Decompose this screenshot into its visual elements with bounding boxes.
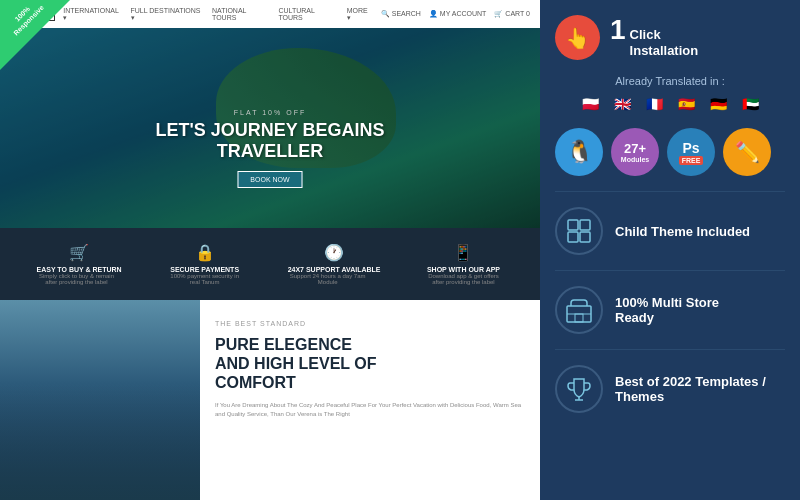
- divider-3: [555, 349, 785, 350]
- svg-rect-1: [580, 220, 590, 230]
- nav-right: 🔍 SEARCH 👤 MY ACCOUNT 🛒 CART 0: [381, 10, 530, 18]
- bottom-content: THE BEST STANDARD PURE ELEGENCEAND HIGH …: [0, 300, 540, 500]
- divider-1: [555, 191, 785, 192]
- flag-es: 🇪🇸: [673, 95, 699, 113]
- install-label: ClickInstallation: [630, 27, 699, 58]
- modules-count: 27+: [624, 141, 646, 156]
- svg-rect-6: [575, 314, 583, 322]
- nav-item-national: NATIONAL TOURS: [212, 7, 270, 22]
- nav-item-cultural: CULTURAL TOURS: [278, 7, 338, 22]
- feature-support-title: 24X7 SUPPORT AVAILABLE: [288, 266, 381, 273]
- hero-title: LET'S JOURNEY BEGAINSTRAVELLER: [156, 120, 385, 163]
- book-now-button[interactable]: BOOK NOW: [237, 171, 302, 188]
- best-2022-label: Best of 2022 Templates / Themes: [615, 374, 785, 404]
- feature-app: 📱 SHOP WITH OUR APP Download app & get o…: [423, 243, 503, 285]
- account-nav: 👤 MY ACCOUNT: [429, 10, 487, 18]
- ps-badge: Ps FREE: [667, 128, 715, 176]
- bottom-images: [0, 300, 200, 500]
- info-panel: 👆 1 ClickInstallation Already Translated…: [540, 0, 800, 500]
- install-section: 👆 1 ClickInstallation: [555, 15, 785, 60]
- child-theme-icon: [555, 207, 603, 255]
- trophy-icon: [555, 365, 603, 413]
- multistore-label: 100% Multi StoreReady: [615, 295, 719, 325]
- hero-subtitle: FLAT 10% OFF: [156, 109, 385, 116]
- child-theme-badge: Child Theme Included: [555, 207, 785, 255]
- feature-buy: 🛒 EASY TO BUY & RETURN Simply click to b…: [36, 243, 121, 285]
- svg-rect-0: [568, 220, 578, 230]
- hero-section: FLAT 10% OFF LET'S JOURNEY BEGAINSTRAVEL…: [0, 28, 540, 228]
- feature-payments-title: SECURE PAYMENTS: [165, 266, 245, 273]
- app-icon: 📱: [423, 243, 503, 262]
- ps-free-label: FREE: [679, 156, 704, 165]
- payments-icon: 🔒: [165, 243, 245, 262]
- modules-label: Modules: [621, 156, 649, 163]
- search-nav: 🔍 SEARCH: [381, 10, 421, 18]
- nav-item-more: MORE ▾: [347, 7, 373, 22]
- flag-de: 🇩🇪: [705, 95, 731, 113]
- feature-buy-title: EASY TO BUY & RETURN: [36, 266, 121, 273]
- translations-section: Already Translated in : 🇵🇱 🇬🇧 🇫🇷 🇪🇸 🇩🇪 🇦…: [555, 75, 785, 113]
- main-heading: PURE ELEGENCEAND HIGH LEVEL OFCOMFORT: [215, 335, 525, 393]
- feature-app-title: SHOP WITH OUR APP: [423, 266, 503, 273]
- hero-content: FLAT 10% OFF LET'S JOURNEY BEGAINSTRAVEL…: [156, 109, 385, 188]
- best-2022-badge: Best of 2022 Templates / Themes: [555, 365, 785, 413]
- flag-gb: 🇬🇧: [609, 95, 635, 113]
- flag-pl: 🇵🇱: [577, 95, 603, 113]
- flag-fr: 🇫🇷: [641, 95, 667, 113]
- cart-nav: 🛒 CART 0: [494, 10, 530, 18]
- flag-row: 🇵🇱 🇬🇧 🇫🇷 🇪🇸 🇩🇪 🇦🇪: [555, 95, 785, 113]
- multistore-icon: [555, 286, 603, 334]
- features-row: 🛒 EASY TO BUY & RETURN Simply click to b…: [0, 228, 540, 300]
- modules-avatar: 🐧: [555, 128, 603, 176]
- section-label: THE BEST STANDARD: [215, 320, 525, 327]
- edit-badge: ✏️: [723, 128, 771, 176]
- feature-payments-desc: 100% payment security in real Tanum: [165, 273, 245, 285]
- svg-rect-3: [580, 232, 590, 242]
- nav-items: INTERNATIONAL ▾ FULL DESTINATIONS ▾ NATI…: [63, 7, 372, 22]
- bottom-text: THE BEST STANDARD PURE ELEGENCEAND HIGH …: [200, 300, 540, 500]
- feature-support: 🕐 24X7 SUPPORT AVAILABLE Support 24 hour…: [288, 243, 381, 285]
- modules-count-badge: 27+ Modules: [611, 128, 659, 176]
- support-icon: 🕐: [288, 243, 381, 262]
- nav-item-international: INTERNATIONAL ▾: [63, 7, 122, 22]
- feature-app-desc: Download app & get offers after providin…: [423, 273, 503, 285]
- install-icon: 👆: [555, 15, 600, 60]
- child-theme-label: Child Theme Included: [615, 224, 750, 239]
- multistore-badge: 100% Multi StoreReady: [555, 286, 785, 334]
- divider-2: [555, 270, 785, 271]
- feature-support-desc: Support 24 hours a day 7am Module: [288, 273, 368, 285]
- buy-icon: 🛒: [36, 243, 121, 262]
- nav-item-destinations: FULL DESTINATIONS ▾: [131, 7, 204, 22]
- install-text: 1 ClickInstallation: [610, 16, 698, 58]
- feature-payments: 🔒 SECURE PAYMENTS 100% payment security …: [165, 243, 245, 285]
- responsive-badge: 100% Responsive: [0, 0, 70, 70]
- svg-rect-2: [568, 232, 578, 242]
- site-navbar: TRAVEL INTERNATIONAL ▾ FULL DESTINATIONS…: [0, 0, 540, 28]
- mountain-image: [0, 300, 200, 500]
- feature-buy-desc: Simply click to buy & remain after provi…: [36, 273, 116, 285]
- modules-row: 🐧 27+ Modules Ps FREE ✏️: [555, 128, 785, 176]
- ps-label: Ps: [682, 140, 699, 156]
- install-number: 1: [610, 16, 626, 44]
- flag-ae: 🇦🇪: [737, 95, 763, 113]
- website-preview: 100% Responsive TRAVEL INTERNATIONAL ▾ F…: [0, 0, 540, 500]
- body-text: If You Are Dreaming About The Cozy And P…: [215, 401, 525, 419]
- translations-title: Already Translated in :: [555, 75, 785, 87]
